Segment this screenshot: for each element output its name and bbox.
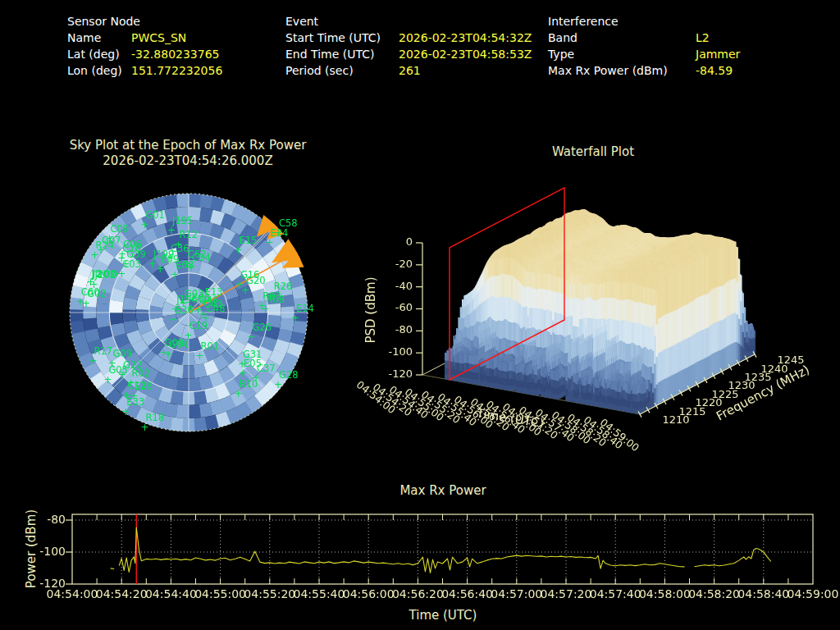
rfi-dashboard: { "colors": { "background": "#000000", "…: [0, 0, 840, 630]
power-chart-svg: [0, 0, 840, 630]
power-y-tick-label: -100: [25, 545, 66, 558]
power-x-tick-label: 04:59:00: [784, 587, 840, 600]
power-y-tick-label: -80: [25, 513, 66, 526]
power-y-tick-label: -120: [25, 577, 66, 590]
max-power-trace: [111, 527, 771, 573]
